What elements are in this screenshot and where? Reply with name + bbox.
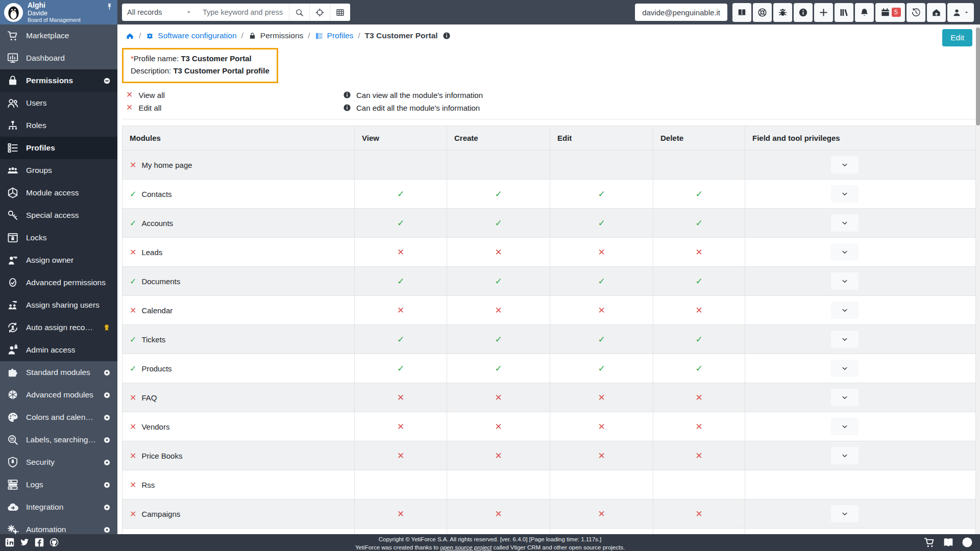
- sidebar-item-labels-searching-a[interactable]: Labels, searching a…: [0, 429, 117, 451]
- search-scope-select[interactable]: All records: [122, 4, 198, 21]
- view-denied-icon: ✕: [397, 393, 404, 403]
- locks-icon: [6, 231, 19, 244]
- expand-privileges-button[interactable]: [831, 331, 859, 348]
- twitter-icon[interactable]: [19, 537, 30, 548]
- info-icon[interactable]: [442, 31, 451, 40]
- notifications-button[interactable]: [855, 3, 874, 22]
- delete-denied-icon: ✕: [695, 451, 702, 461]
- minus-circle-icon[interactable]: [103, 77, 111, 85]
- info-icon[interactable]: [342, 90, 352, 99]
- sidebar-item-permissions[interactable]: Permissions: [0, 69, 117, 92]
- sidebar-item-admin-access[interactable]: Admin access: [0, 339, 117, 361]
- sidebar-item-module-access[interactable]: Module access: [0, 182, 117, 204]
- quick-create-icon: [818, 7, 829, 18]
- sidebar-item-groups[interactable]: Groups: [0, 159, 117, 182]
- sidebar-item-advanced-permissions[interactable]: Advanced permissions: [0, 271, 117, 294]
- sidebar-item-profiles[interactable]: Profiles: [0, 137, 117, 159]
- history-button[interactable]: [906, 3, 925, 22]
- footer-book-icon[interactable]: [942, 536, 955, 549]
- expand-privileges-button[interactable]: [831, 214, 859, 232]
- sidebar-item-security[interactable]: Security: [0, 451, 117, 473]
- support-button[interactable]: [753, 3, 772, 22]
- open-source-link[interactable]: open source project: [440, 544, 492, 550]
- sidebar-item-label: Logs: [26, 480, 43, 489]
- view-granted-icon: ✓: [397, 189, 404, 199]
- dot-circle-icon[interactable]: [103, 368, 111, 377]
- create-granted-icon: ✓: [495, 189, 502, 199]
- user-name: Davide: [28, 10, 81, 17]
- portal-button[interactable]: [927, 3, 946, 22]
- sidebar-item-advanced-modules[interactable]: Advanced modules: [0, 384, 117, 406]
- edit-granted-icon: ✓: [598, 364, 605, 373]
- dot-circle-icon[interactable]: [103, 436, 111, 444]
- module-status-icon: ✕: [130, 452, 136, 460]
- sidebar-item-label: Advanced modules: [26, 390, 93, 399]
- create-granted-icon: ✓: [495, 218, 502, 228]
- expand-privileges-button[interactable]: [831, 360, 859, 377]
- info-icon[interactable]: [342, 103, 352, 112]
- about-button[interactable]: [794, 3, 813, 22]
- dot-circle-icon[interactable]: [103, 413, 111, 422]
- sidebar-item-label: Special access: [26, 211, 79, 220]
- edit-denied-icon: ✕: [598, 422, 605, 432]
- quick-create-button[interactable]: [814, 3, 833, 22]
- facebook-icon[interactable]: [34, 537, 45, 548]
- pin-sidebar-icon[interactable]: [105, 3, 114, 11]
- expand-privileges-button[interactable]: [831, 156, 859, 173]
- dot-circle-icon[interactable]: [103, 391, 111, 399]
- grid-view-button[interactable]: [330, 4, 350, 21]
- sidebar-item-label: Locks: [26, 233, 47, 242]
- expand-privileges-button[interactable]: [831, 185, 859, 203]
- dot-circle-icon[interactable]: [103, 525, 111, 534]
- expand-privileges-button[interactable]: [831, 418, 859, 435]
- calendar-button[interactable]: 5: [875, 3, 905, 22]
- sidebar-item-users[interactable]: Users: [0, 92, 117, 114]
- sidebar-item-roles[interactable]: Roles: [0, 114, 117, 137]
- advanced-search-button[interactable]: [309, 4, 330, 21]
- sidebar-item-colors-and-calendar[interactable]: Colors and calendar: [0, 406, 117, 429]
- sidebar-item-marketplace[interactable]: Marketplace: [0, 24, 117, 47]
- footer-copyright: Copyright © YetiForce S.A. All rights re…: [0, 535, 980, 543]
- footer-info-icon[interactable]: [961, 536, 974, 549]
- home-icon: [126, 32, 134, 40]
- dot-circle-icon[interactable]: [103, 458, 111, 467]
- scrollbar-thumb[interactable]: [976, 28, 980, 126]
- sidebar-item-logs[interactable]: Logs: [0, 473, 117, 496]
- search-button[interactable]: [289, 4, 309, 21]
- expand-privileges-button[interactable]: [831, 389, 859, 406]
- expand-privileges-button[interactable]: [831, 505, 859, 522]
- sidebar-item-assign-sharing-users[interactable]: Assign sharing users: [0, 294, 117, 316]
- expand-privileges-button[interactable]: [831, 272, 859, 290]
- sidebar-item-special-access[interactable]: Special access: [0, 204, 117, 227]
- edit-button[interactable]: Edit: [942, 29, 972, 46]
- roles-icon: [6, 119, 19, 132]
- expand-privileges-button[interactable]: [831, 447, 859, 464]
- sidebar-item-locks[interactable]: Locks: [0, 227, 117, 249]
- module-name: Tickets: [141, 335, 165, 344]
- sidebar-item-standard-modules[interactable]: Standard modules: [0, 361, 117, 384]
- dot-circle-icon[interactable]: [103, 481, 111, 489]
- dot-circle-icon[interactable]: [103, 503, 111, 512]
- sidebar-user-panel[interactable]: Alghi Davide Board of Management: [0, 0, 117, 24]
- user-email-button[interactable]: davide@penguinable.it: [635, 4, 727, 21]
- sidebar-item-dashboard[interactable]: Dashboard: [0, 47, 117, 69]
- sidebar-item-assign-owner[interactable]: Assign owner: [0, 249, 117, 271]
- sidebar-item-integration[interactable]: Integration: [0, 496, 117, 518]
- knowledge-base-button[interactable]: [732, 3, 751, 22]
- breadcrumb-home[interactable]: [126, 32, 134, 40]
- module-status-icon: ✓: [130, 219, 136, 228]
- bug-report-button[interactable]: [773, 3, 792, 22]
- sidebar-item-auto-assign-records[interactable]: Auto assign records: [0, 316, 117, 339]
- github-icon[interactable]: [48, 537, 60, 548]
- library-button[interactable]: [835, 3, 853, 22]
- breadcrumb-software-configuration[interactable]: Software configuration: [145, 31, 236, 40]
- dashboard-icon: [6, 52, 19, 65]
- breadcrumb-profiles[interactable]: Profiles: [315, 31, 354, 40]
- expand-privileges-button[interactable]: [831, 243, 859, 261]
- search-input[interactable]: [198, 4, 289, 21]
- footer-cart-icon[interactable]: [923, 536, 936, 549]
- expand-privileges-button[interactable]: [831, 302, 859, 319]
- linkedin-icon[interactable]: [4, 537, 15, 548]
- user-menu-button[interactable]: [947, 3, 974, 22]
- edit-granted-icon: ✓: [598, 335, 605, 344]
